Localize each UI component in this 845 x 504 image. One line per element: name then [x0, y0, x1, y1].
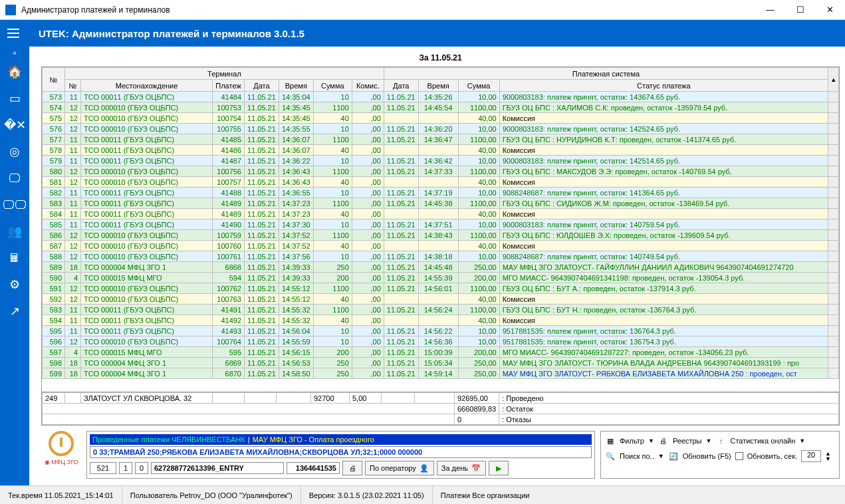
filter-icon: ▦ — [605, 436, 616, 446]
col-time[interactable]: Время — [279, 80, 313, 92]
col-date[interactable]: Дата — [245, 80, 279, 92]
col-status[interactable]: Статус платежа — [499, 80, 828, 92]
refresh-button[interactable]: Обновить (F5) — [683, 452, 731, 460]
minimize-button[interactable]: — — [755, 0, 785, 20]
print-icon: 🖨 — [658, 436, 669, 446]
disk-icon[interactable]: ◎ — [0, 138, 29, 165]
table-row[interactable]: 59212ТСО 000010 (ГБУЗ ОЦБПС)10076311.05.… — [43, 294, 839, 305]
maximize-button[interactable]: ☐ — [785, 0, 815, 20]
table-row[interactable]: 58918ТСО 000004 МФЦ ЗГО 1686811.05.2114:… — [43, 262, 839, 273]
col-pdate[interactable]: Дата — [384, 80, 418, 92]
table-row[interactable]: 59511ТСО 00011 (ГБУЗ ОЦБПС)4149311.05.21… — [43, 326, 839, 336]
menu-button[interactable] — [0, 20, 27, 47]
tools-panel: ▦ Фильтр▼ 🖨 Реестры▼ ↑ Статистика онлайн… — [600, 431, 840, 479]
status-payments: Все организации — [472, 491, 529, 499]
print-button[interactable]: 🖨 — [342, 461, 362, 475]
user-icon: 👤 — [419, 463, 429, 473]
info-box5: 1364641535 — [287, 462, 340, 474]
by-day-button[interactable]: За день 📅 — [437, 461, 486, 475]
col-tn[interactable]: № — [65, 80, 81, 92]
status-time: 11.05.2021_15:14:01 — [45, 491, 114, 499]
stats-button[interactable]: Статистика онлайн — [730, 437, 795, 445]
search-button[interactable]: Поиск по.. — [620, 452, 654, 460]
users-icon[interactable]: 👥 — [0, 218, 29, 245]
scrollbar-up-icon[interactable]: ▴ — [828, 68, 839, 92]
table-row[interactable]: 59311ТСО 00011 (ГБУЗ ОЦБПС)4149111.05.21… — [43, 305, 839, 315]
table-row[interactable]: 57412ТСО 000010 (ГБУЗ ОЦБПС)10075311.05.… — [43, 102, 839, 113]
table-row[interactable]: 58411ТСО 00011 (ГБУЗ ОЦБПС)4148911.05.21… — [43, 209, 839, 219]
status-version: 3.0.1.5 (23.02.2021 11:05) — [338, 491, 424, 499]
search-icon: 🔍 — [605, 451, 616, 461]
autorefresh-value[interactable]: 20 — [801, 450, 821, 462]
table-row[interactable]: 59918ТСО 000004 МФЦ ЗГО 1687011.05.2114:… — [43, 368, 839, 379]
col-ptime[interactable]: Время — [418, 80, 458, 92]
table-row[interactable]: 59112ТСО 000010 (ГБУЗ ОЦБПС)10076211.05.… — [43, 283, 839, 294]
cancel-icon[interactable]: �✕ — [0, 112, 29, 138]
col-payment[interactable]: Платеж — [213, 80, 245, 92]
statusbar: Тек.время 11.05.2021_15:14:01 Пользовате… — [0, 485, 845, 504]
table-row[interactable]: 58211ТСО 00011 (ГБУЗ ОЦБПС)4148811.05.21… — [43, 188, 839, 198]
filter-button[interactable]: Фильтр — [620, 437, 644, 445]
table-row[interactable]: 58311ТСО 00011 (ГБУЗ ОЦБПС)4148911.05.21… — [43, 198, 839, 209]
logo-panel: ◉ МФЦ ЗГО — [41, 431, 81, 479]
table-row[interactable]: 59411ТСО 00011 (ГБУЗ ОЦБПС)4149211.05.21… — [43, 315, 839, 326]
chevron-down-icon[interactable]: ▼ — [658, 453, 664, 459]
info-box4: 627288772613396_ENTRY — [151, 462, 284, 474]
table-row[interactable]: 59818ТСО 000004 МФЦ ЗГО 1686911.05.2114:… — [43, 358, 839, 368]
summary-count: 249 — [43, 393, 65, 404]
col-commission[interactable]: Комис. — [352, 80, 384, 92]
chevron-down-icon[interactable]: ▼ — [799, 438, 805, 444]
export-icon[interactable]: ↗ — [0, 298, 29, 324]
spinner-icon[interactable]: ▲▼ — [825, 451, 831, 461]
col-index[interactable]: № — [43, 68, 65, 92]
table-row[interactable]: 58812ТСО 000010 (ГБУЗ ОЦБПС)10076111.05.… — [43, 251, 839, 262]
table-row[interactable]: 57911ТСО 00011 (ГБУЗ ОЦБПС)4148711.05.21… — [43, 156, 839, 166]
app-icon — [5, 5, 16, 15]
col-sum[interactable]: Сумма — [313, 80, 352, 92]
table-row[interactable]: 58612ТСО 000010 (ГБУЗ ОЦБПС)10075911.05.… — [43, 230, 839, 241]
table-row[interactable]: 57311ТСО 00011 (ГБУЗ ОЦБПС)4148411.05.21… — [43, 92, 839, 102]
status-user: Petrov_DO (ООО "Уралинфотек") — [180, 491, 292, 499]
summary-status1: : Проведено — [499, 393, 839, 404]
home-icon[interactable]: 🏠 — [0, 59, 29, 85]
info-box3: 0 — [135, 462, 148, 474]
table-row[interactable]: 57612ТСО 000010 (ГБУЗ ОЦБПС)10075511.05.… — [43, 124, 839, 134]
calculator-icon[interactable]: 🖩 — [0, 245, 29, 271]
info-box1: 521 — [90, 462, 116, 474]
settings-icon[interactable]: ⚙ — [0, 271, 29, 298]
table-row[interactable]: 5904ТСО 000015 МФЦ МГО59411.05.2114:39:3… — [43, 273, 839, 283]
payments-grid[interactable]: № Терминал Платежная система ▴ № Местона… — [41, 66, 840, 392]
table-row[interactable]: 5974ТСО 000015 МФЦ МГО59511.05.2114:56:1… — [43, 347, 839, 358]
info-box2: 1 — [119, 462, 132, 474]
stats-icon: ↑ — [715, 436, 726, 446]
table-row[interactable]: 58511ТСО 00011 (ГБУЗ ОЦБПС)4149011.05.21… — [43, 219, 839, 230]
table-row[interactable]: 57811ТСО 00011 (ГБУЗ ОЦБПС)4148611.05.21… — [43, 145, 839, 156]
col-location[interactable]: Местонахождение — [81, 80, 213, 92]
table-row[interactable]: 59612ТСО 000010 (ГБУЗ ОЦБПС)10076411.05.… — [43, 336, 839, 347]
table-row[interactable]: 58712ТСО 000010 (ГБУЗ ОЦБПС)10076011.05.… — [43, 241, 839, 251]
col-psum[interactable]: Сумма — [458, 80, 499, 92]
close-button[interactable]: ✕ — [815, 0, 845, 20]
monitor-icon[interactable]: 🖵 — [0, 165, 29, 191]
registers-button[interactable]: Реестры — [673, 437, 702, 445]
monitors-icon[interactable]: 🖵🖵 — [0, 191, 29, 218]
sidebar-collapse-icon[interactable]: « — [0, 47, 29, 59]
next-button[interactable]: ▶ — [489, 461, 509, 475]
info-panel: Проведенные платежи ЧЕЛЯБИНВЕСТБАНК|МАУ … — [86, 431, 595, 479]
chevron-down-icon[interactable]: ▼ — [648, 438, 654, 444]
col-group-terminal[interactable]: Терминал — [65, 68, 384, 80]
autorefresh-checkbox[interactable] — [735, 452, 743, 460]
app-title: UTEK: Администратор платежей и терминало… — [39, 28, 304, 39]
summary-balance: 6660899,83 — [455, 404, 499, 414]
bottom-panel: ◉ МФЦ ЗГО Проведенные платежи ЧЕЛЯБИНВЕС… — [41, 431, 840, 479]
by-operator-button[interactable]: По оператору 👤 — [365, 461, 434, 475]
table-row[interactable]: 58112ТСО 000010 (ГБУЗ ОЦБПС)10075711.05.… — [43, 177, 839, 188]
chevron-down-icon[interactable]: ▼ — [706, 438, 712, 444]
summary-status2: : Остаток — [499, 404, 839, 414]
table-row[interactable]: 57711ТСО 00011 (ГБУЗ ОЦБПС)4148511.05.21… — [43, 134, 839, 145]
summary-panel: 249 ЗЛАТОУСТ УЛ СКВОРЦОВА. 32 92700 5,00… — [41, 392, 840, 426]
window-icon[interactable]: ▭ — [0, 85, 29, 112]
table-row[interactable]: 58012ТСО 000010 (ГБУЗ ОЦБПС)10075611.05.… — [43, 166, 839, 177]
table-row[interactable]: 57512ТСО 000010 (ГБУЗ ОЦБПС)10075411.05.… — [43, 113, 839, 124]
col-group-paysys[interactable]: Платежная система — [384, 68, 828, 80]
